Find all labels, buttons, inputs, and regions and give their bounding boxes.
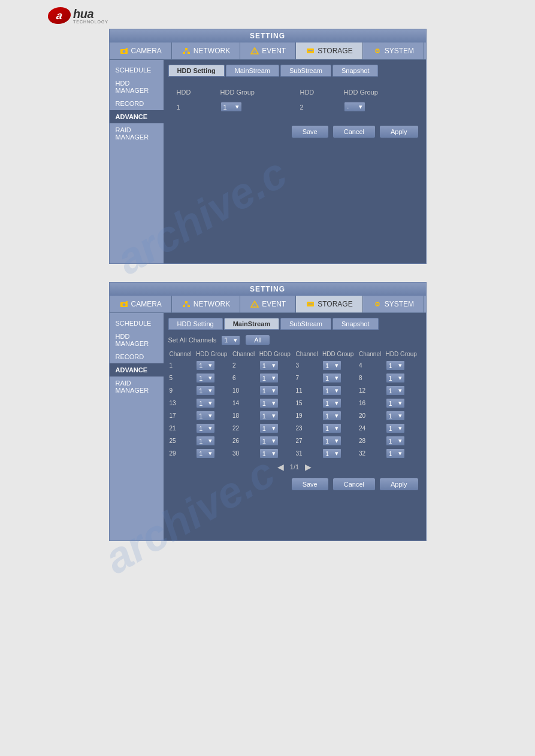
p2-storage-icon — [306, 299, 315, 309]
p2-topnav-storage-label: STORAGE — [318, 300, 352, 308]
p2-subtab-hdd-setting[interactable]: HDD Setting — [168, 318, 223, 330]
topnav-storage[interactable]: STORAGE — [296, 42, 362, 59]
topnav-camera[interactable]: CAMERA — [110, 42, 172, 59]
channel-hdd-dropdown[interactable]: 1▾ — [196, 398, 215, 408]
p2-topnav-network[interactable]: NETWORK — [172, 296, 240, 312]
channel-hdd-dropdown[interactable]: 1▾ — [259, 423, 279, 433]
channel-num: 3 — [294, 359, 321, 372]
channel-hdd-dropdown[interactable]: 1▾ — [259, 448, 279, 459]
channel-num: 30 — [231, 447, 258, 460]
p2-subtab-substream[interactable]: SubStream — [280, 318, 331, 330]
channel-hdd-dropdown[interactable]: 1▾ — [322, 436, 341, 446]
channel-hdd-dropdown[interactable]: 1▾ — [259, 373, 279, 383]
p2-topnav-system[interactable]: SYSTEM — [363, 296, 424, 312]
p2-sidebar-raid-manager[interactable]: RAID MANAGER — [110, 377, 164, 397]
panel1-sidebar: SCHEDULE HDD MANAGER RECORD ADVANCE RAID… — [110, 60, 164, 263]
channel-hdd-dropdown[interactable]: 1▾ — [386, 448, 405, 459]
channel-hdd-group: 1▾ — [321, 397, 358, 409]
sidebar-hdd-manager[interactable]: HDD MANAGER — [110, 77, 164, 97]
p2-sidebar-advance[interactable]: ADVANCE — [110, 363, 164, 377]
channel-num: 7 — [294, 372, 321, 384]
camera-icon — [119, 46, 129, 56]
p2-topnav-event[interactable]: ! EVENT — [240, 296, 296, 312]
panel2-topnav: CAMERA NETWORK ! EVENT STORAGE SYSTEM — [110, 296, 426, 313]
topnav-event[interactable]: ! EVENT — [240, 42, 296, 59]
p2-subtab-mainstream[interactable]: MainStream — [224, 318, 279, 330]
topnav-event-label: EVENT — [262, 47, 286, 55]
channel-hdd-group: 1▾ — [321, 422, 358, 435]
col-ch3: Channel — [294, 349, 321, 359]
channel-hdd-dropdown[interactable]: 1▾ — [322, 373, 341, 383]
p2-sidebar-hdd-manager[interactable]: HDD MANAGER — [110, 330, 164, 350]
p2-sidebar-schedule[interactable]: SCHEDULE — [110, 317, 164, 330]
p2-event-icon: ! — [250, 299, 259, 309]
p2-sidebar-record[interactable]: RECORD — [110, 350, 164, 363]
channel-hdd-dropdown[interactable]: 1▾ — [386, 385, 405, 396]
channel-hdd-dropdown[interactable]: 1▾ — [386, 411, 405, 421]
sidebar-advance[interactable]: ADVANCE — [110, 110, 164, 123]
channel-hdd-dropdown[interactable]: 1▾ — [196, 373, 215, 383]
channel-hdd-dropdown[interactable]: 1▾ — [322, 448, 341, 459]
subtab-mainstream[interactable]: MainStream — [226, 65, 279, 77]
subtab-snapshot[interactable]: Snapshot — [333, 65, 378, 77]
channel-hdd-dropdown[interactable]: 1▾ — [386, 373, 405, 383]
group1-dropdown[interactable]: 1 ▾ — [220, 102, 242, 112]
p2-topnav-camera[interactable]: CAMERA — [110, 296, 172, 312]
col-hdd2: HDD — [295, 86, 337, 98]
channel-hdd-dropdown[interactable]: 1▾ — [196, 360, 215, 371]
subtab-substream[interactable]: SubStream — [280, 65, 331, 77]
sidebar-raid-manager[interactable]: RAID MANAGER — [110, 123, 164, 144]
p2-save-button[interactable]: Save — [291, 478, 329, 491]
channel-hdd-dropdown[interactable]: 1▾ — [259, 436, 279, 446]
group2-dropdown[interactable]: - ▾ — [344, 102, 365, 112]
channel-hdd-dropdown[interactable]: 1▾ — [386, 398, 405, 408]
channel-hdd-dropdown[interactable]: 1▾ — [322, 411, 341, 421]
topnav-network[interactable]: NETWORK — [172, 42, 240, 59]
apply-button[interactable]: Apply — [379, 125, 419, 138]
channel-hdd-dropdown[interactable]: 1▾ — [259, 360, 279, 371]
p2-subtab-snapshot[interactable]: Snapshot — [333, 318, 378, 330]
channel-hdd-dropdown[interactable]: 1▾ — [322, 360, 341, 371]
channel-hdd-dropdown[interactable]: 1▾ — [259, 411, 279, 421]
svg-line-7 — [186, 50, 189, 52]
panel2-main: HDD Setting MainStream SubStream Snapsho… — [164, 313, 426, 541]
prev-page-button[interactable]: ◀ — [277, 462, 284, 472]
set-all-dropdown[interactable]: 1 ▾ — [221, 335, 240, 345]
channel-hdd-group: 1▾ — [321, 384, 358, 397]
svg-rect-5 — [188, 52, 190, 54]
save-button[interactable]: Save — [291, 125, 329, 138]
channel-hdd-dropdown[interactable]: 1▾ — [259, 385, 279, 396]
sidebar-schedule[interactable]: SCHEDULE — [110, 63, 164, 77]
channel-num: 26 — [231, 435, 258, 447]
channel-num: 24 — [358, 422, 385, 435]
channel-row: 91▾101▾111▾121▾ — [168, 384, 421, 397]
svg-text:!: ! — [254, 303, 255, 307]
channel-hdd-dropdown[interactable]: 1▾ — [196, 423, 215, 433]
p2-apply-button[interactable]: Apply — [379, 478, 419, 491]
channel-hdd-dropdown[interactable]: 1▾ — [322, 423, 341, 433]
channel-hdd-dropdown[interactable]: 1▾ — [196, 411, 215, 421]
channel-hdd-dropdown[interactable]: 1▾ — [196, 385, 215, 396]
all-button[interactable]: All — [245, 335, 270, 345]
topnav-system-label: SYSTEM — [385, 47, 414, 55]
p2-topnav-storage[interactable]: STORAGE — [296, 296, 362, 312]
topnav-system[interactable]: SYSTEM — [363, 42, 424, 59]
cancel-button[interactable]: Cancel — [333, 125, 376, 138]
p2-cancel-button[interactable]: Cancel — [333, 478, 376, 491]
channel-hdd-dropdown[interactable]: 1▾ — [259, 398, 279, 408]
next-page-button[interactable]: ▶ — [305, 462, 312, 472]
channel-hdd-dropdown[interactable]: 1▾ — [386, 423, 405, 433]
channel-hdd-dropdown[interactable]: 1▾ — [386, 360, 405, 371]
sidebar-record[interactable]: RECORD — [110, 97, 164, 110]
channel-hdd-dropdown[interactable]: 1▾ — [196, 448, 215, 459]
channel-hdd-dropdown[interactable]: 1▾ — [322, 385, 341, 396]
channel-hdd-dropdown[interactable]: 1▾ — [386, 436, 405, 446]
channel-num: 15 — [294, 397, 321, 409]
event-icon: ! — [250, 46, 259, 56]
channel-hdd-dropdown[interactable]: 1▾ — [322, 398, 341, 408]
channel-hdd-dropdown[interactable]: 1▾ — [196, 436, 215, 446]
subtab-hdd-setting[interactable]: HDD Setting — [168, 65, 225, 77]
p2-topnav-network-label: NETWORK — [194, 300, 230, 308]
panel1-table-area: HDD HDD Group HDD HDD Group 1 1 — [168, 81, 421, 119]
channel-hdd-group: 1▾ — [321, 372, 358, 384]
